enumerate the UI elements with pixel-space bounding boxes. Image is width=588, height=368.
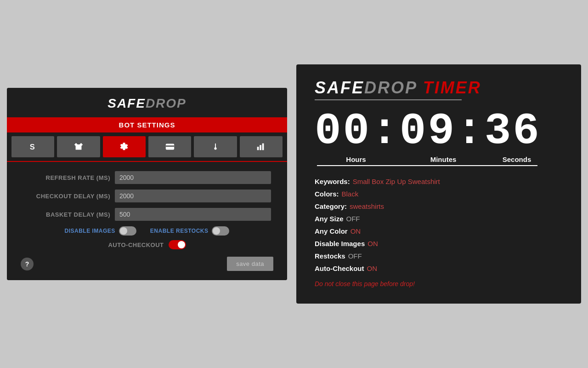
title-safe: SAFE [107,96,146,110]
checkout-delay-label: CHECKOUT DELAY (MS) [21,193,110,200]
keywords-label: Keywords: [315,175,350,188]
enable-restocks-group: ENABLE RESTOCKS [150,226,230,236]
time-labels: Hours Minutes Seconds [315,155,563,163]
any-size-value: OFF [346,213,360,225]
temp-icon [210,142,220,152]
time-underlines [315,165,563,166]
shirt-icon [74,142,84,152]
refresh-rate-row: REFRESH RATE (MS) [21,171,273,184]
tab-stats[interactable] [240,136,283,157]
disable-images-label: DISABLE IMAGES [65,228,115,234]
info-any-size: Any Size OFF [315,213,563,225]
tab-shirt[interactable] [57,136,100,157]
timer-word: TIMER [423,78,481,97]
info-colors: Colors: Black [315,188,563,200]
stats-icon [256,142,266,152]
save-button[interactable]: save data [227,257,273,271]
label-seconds: Seconds [485,155,549,163]
auto-checkout-label: AUTO-CHECKOUT [108,242,164,248]
category-label: Category: [315,200,347,213]
countdown-sep2: : [456,106,485,156]
underline-seconds [471,165,537,166]
warning-text: Do not close this page before drop! [315,278,563,290]
any-color-value: ON [351,225,361,237]
info-restocks: Restocks OFF [315,250,563,262]
card-icon [165,142,175,152]
tab-card[interactable] [148,136,191,157]
checkout-delay-input[interactable] [115,190,271,202]
info-disable-images: Disable Images ON [315,237,563,250]
info-section: Keywords: Small Box Zip Up Sweatshirt Co… [315,175,563,290]
tab-settings[interactable] [103,136,146,157]
any-color-label: Any Color [315,225,348,237]
info-category: Category: sweatshirts [315,200,563,213]
refresh-rate-input[interactable] [115,171,271,184]
category-value: sweatshirts [350,200,384,213]
s-icon: S [28,142,38,152]
right-panel: SAFEDROP TIMER 00:09:36 Hours Minutes Se… [296,64,581,304]
svg-text:S: S [29,143,34,151]
tab-temp[interactable] [194,136,237,157]
svg-rect-4 [260,145,262,150]
disable-images-toggle[interactable] [119,226,136,236]
restocks-label: Restocks [315,250,345,262]
info-any-color: Any Color ON [315,225,563,237]
keywords-value: Small Box Zip Up Sweatshirt [353,175,440,188]
underline-minutes [395,165,471,166]
svg-rect-5 [262,144,264,150]
timer-drop: DROP [364,78,417,97]
left-header: SAFEDROP [7,88,287,117]
any-size-label: Any Size [315,213,344,225]
checkout-delay-row: CHECKOUT DELAY (MS) [21,190,273,202]
disable-images-info-label: Disable Images [315,237,365,250]
toggle-row: DISABLE IMAGES ENABLE RESTOCKS [21,226,273,236]
restocks-value: OFF [348,250,362,262]
title-divider [315,99,462,100]
auto-checkout-info-label: Auto-Checkout [315,262,364,275]
info-keywords: Keywords: Small Box Zip Up Sweatshirt [315,175,563,188]
auto-checkout-row: AUTO-CHECKOUT [21,240,273,249]
enable-restocks-label: ENABLE RESTOCKS [150,228,209,234]
countdown-display: 00:09:36 [315,109,563,154]
underline-hours [317,165,395,166]
label-hours: Hours [310,155,402,163]
colors-label: Colors: [315,188,339,200]
auto-checkout-toggle[interactable] [169,240,186,249]
basket-delay-input[interactable] [115,208,271,221]
enable-restocks-toggle[interactable] [212,226,229,236]
footer-row: ? save data [21,257,273,271]
help-button[interactable]: ? [21,258,34,270]
countdown-hours: 00 [315,106,371,156]
settings-body: REFRESH RATE (MS) CHECKOUT DELAY (MS) BA… [7,162,287,280]
label-minutes: Minutes [402,155,485,163]
refresh-rate-label: REFRESH RATE (MS) [21,174,110,181]
svg-rect-2 [165,145,174,147]
disable-images-info-value: ON [368,237,378,250]
svg-rect-3 [257,147,259,150]
countdown-sep1: : [371,106,400,156]
left-panel: SAFEDROP BOT SETTINGS S [7,88,287,280]
title-drop: DROP [146,96,187,110]
bot-settings-bar: BOT SETTINGS [7,117,287,132]
basket-delay-label: BASKET DELAY (MS) [21,211,110,218]
disable-images-group: DISABLE IMAGES [65,226,136,236]
timer-title: SAFEDROP TIMER [315,78,563,98]
info-auto-checkout: Auto-Checkout ON [315,262,563,275]
basket-delay-row: BASKET DELAY (MS) [21,208,273,221]
auto-checkout-info-value: ON [367,262,378,275]
tab-s[interactable]: S [11,136,54,157]
timer-safe: SAFE [315,78,364,97]
countdown-minutes: 09 [400,106,456,156]
gear-icon [119,142,129,152]
tab-bar: S [7,132,287,162]
countdown-seconds: 36 [485,106,541,156]
colors-value: Black [342,188,359,200]
main-wrapper: SAFEDROP BOT SETTINGS S [0,0,588,368]
